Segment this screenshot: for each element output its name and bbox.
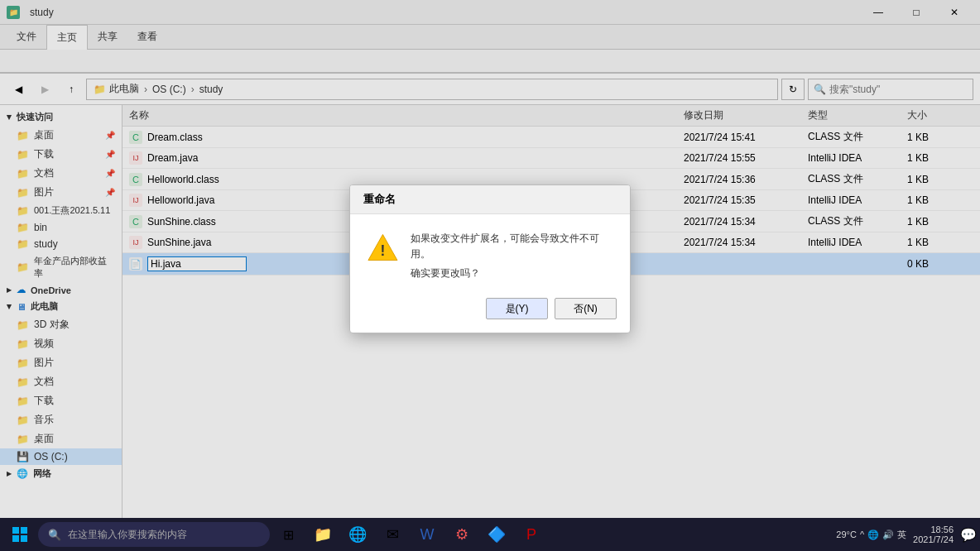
rename-dialog: 重命名 ! 如果改变文件扩展名，可能会导致文件不可用。 确实要更改吗？ 是(Y)… [349, 184, 631, 334]
dialog-body: ! 如果改变文件扩展名，可能会导致文件不可用。 确实要更改吗？ [350, 214, 630, 292]
dialog-line1: 如果改变文件扩展名，可能会导致文件不可用。 [411, 231, 613, 262]
chevron-up-icon: ^ [860, 529, 864, 539]
taskbar-time: 18:56 2021/7/24 [913, 525, 954, 544]
taskbar-search[interactable]: 🔍 在这里输入你要搜索的内容 [38, 522, 270, 547]
svg-text:!: ! [381, 242, 386, 258]
dialog-message: 如果改变文件扩展名，可能会导致文件不可用。 确实要更改吗？ [411, 231, 613, 282]
weather-temp: 29°C [836, 529, 857, 539]
app-8[interactable]: P [515, 518, 548, 551]
edge-app[interactable]: 🌐 [341, 518, 374, 551]
app-7[interactable]: 🔷 [480, 518, 513, 551]
task-view-button[interactable]: ⊞ [271, 518, 305, 551]
network-tray-icon: 🌐 [867, 529, 879, 540]
svg-rect-2 [12, 527, 19, 534]
windows-logo-icon [12, 526, 28, 543]
svg-rect-4 [12, 535, 19, 542]
dialog-line2: 确实要更改吗？ [411, 266, 613, 281]
dialog-yes-button[interactable]: 是(Y) [486, 298, 548, 319]
svg-rect-5 [21, 535, 27, 542]
volume-icon: 🔊 [882, 529, 894, 540]
clock-time: 18:56 [913, 525, 954, 534]
dialog-buttons: 是(Y) 否(N) [350, 291, 630, 333]
clock-date: 2021/7/24 [913, 534, 954, 544]
search-icon: 🔍 [48, 529, 61, 541]
dialog-no-button[interactable]: 否(N) [555, 298, 617, 319]
dialog-title: 重命名 [350, 185, 630, 214]
taskbar: 🔍 在这里输入你要搜索的内容 ⊞ 📁 🌐 ✉ W ⚙ 🔷 P 29°C ^ 🌐 … [0, 518, 980, 551]
taskbar-apps: ⊞ 📁 🌐 ✉ W ⚙ 🔷 P [271, 518, 548, 551]
notification-button[interactable]: 💬 [960, 527, 977, 543]
app-6[interactable]: ⚙ [445, 518, 478, 551]
svg-rect-3 [21, 527, 27, 534]
locale-label: 英 [897, 529, 906, 541]
dialog-overlay: 重命名 ! 如果改变文件扩展名，可能会导致文件不可用。 确实要更改吗？ 是(Y)… [0, 0, 980, 518]
word-app[interactable]: W [411, 518, 444, 551]
start-button[interactable] [3, 518, 36, 551]
taskbar-right: 29°C ^ 🌐 🔊 英 18:56 2021/7/24 💬 [836, 525, 977, 544]
taskbar-search-placeholder: 在这里输入你要搜索的内容 [68, 528, 187, 542]
file-explorer-app[interactable]: 📁 [306, 518, 339, 551]
warning-icon: ! [367, 231, 399, 264]
system-tray: 29°C ^ 🌐 🔊 英 [836, 529, 906, 541]
mail-app[interactable]: ✉ [376, 518, 409, 551]
